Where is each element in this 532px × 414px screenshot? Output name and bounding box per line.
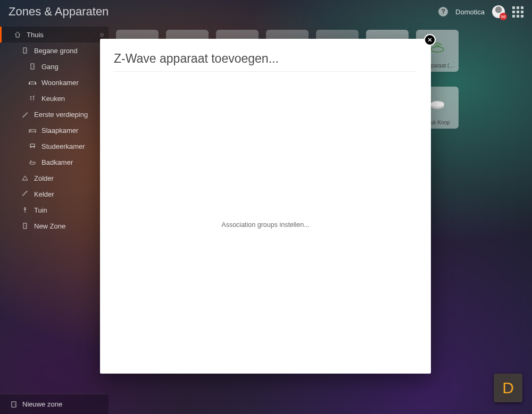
- discuss-launcher[interactable]: D: [494, 374, 522, 402]
- add-zwave-device-modal: Z-Wave apparaat toevoegen... Association…: [100, 39, 431, 374]
- close-icon[interactable]: [425, 35, 435, 45]
- modal-status-message: Association groups instellen...: [221, 221, 309, 229]
- modal-title: Z-Wave apparaat toevoegen...: [114, 52, 417, 72]
